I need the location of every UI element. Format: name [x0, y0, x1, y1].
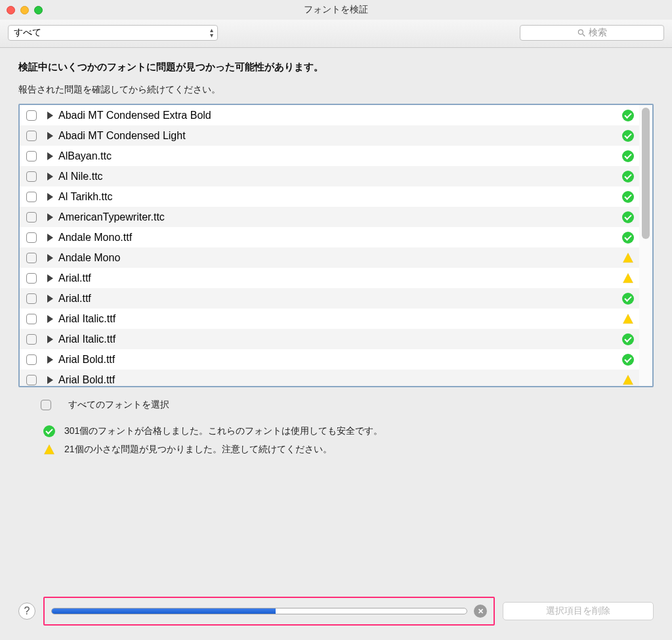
font-row[interactable]: Abadi MT Condensed Light: [20, 125, 639, 146]
search-input[interactable]: 検索: [520, 25, 664, 41]
font-name-label: AlBayan.ttc: [58, 150, 622, 162]
font-checkbox[interactable]: [26, 232, 37, 243]
scrollbar-thumb[interactable]: [642, 108, 650, 239]
svg-marker-6: [45, 445, 54, 454]
font-name-label: Abadi MT Condensed Extra Bold: [58, 110, 622, 121]
checkmark-icon: [622, 232, 634, 244]
summary-passed: 301個のフォントが合格しました。これらのフォントは使用しても安全です。: [43, 425, 654, 437]
disclosure-triangle-icon[interactable]: [47, 173, 53, 181]
checkmark-icon: [622, 171, 634, 182]
titlebar: フォントを検証: [0, 0, 672, 20]
summary-warnings-text: 21個の小さな問題が見つかりました。注意して続けてください。: [64, 444, 332, 456]
disclosure-triangle-icon[interactable]: [47, 152, 53, 160]
font-checkbox[interactable]: [26, 131, 37, 141]
font-checkbox[interactable]: [26, 273, 37, 284]
select-all-checkbox[interactable]: [41, 400, 51, 410]
disclosure-triangle-icon[interactable]: [47, 376, 53, 384]
font-row[interactable]: Andale Mono: [20, 247, 639, 268]
font-name-label: Al Tarikh.ttc: [58, 191, 622, 203]
disclosure-triangle-icon[interactable]: [47, 112, 53, 119]
svg-marker-3: [623, 273, 633, 282]
select-all-row: すべてのフォントを選択: [41, 399, 654, 411]
checkmark-icon: [622, 354, 634, 366]
checkmark-icon: [622, 110, 634, 121]
font-name-label: Arial Bold.ttf: [58, 374, 622, 386]
font-row[interactable]: Al Tarikh.ttc: [20, 186, 639, 207]
checkmark-icon: [622, 293, 634, 305]
disclosure-triangle-icon[interactable]: [47, 335, 53, 343]
cancel-progress-button[interactable]: [474, 605, 487, 618]
checkmark-icon: [622, 333, 634, 345]
font-checkbox[interactable]: [26, 151, 37, 161]
checkmark-icon: [622, 150, 634, 162]
font-name-label: Arial.ttf: [58, 293, 622, 305]
warning-icon: [622, 374, 634, 386]
checkmark-icon: [622, 211, 634, 223]
font-row[interactable]: Arial Bold.ttf: [20, 349, 639, 370]
disclosure-triangle-icon[interactable]: [47, 213, 53, 221]
checkmark-icon: [43, 425, 55, 437]
font-row[interactable]: AmericanTypewriter.ttc: [20, 207, 639, 227]
disclosure-triangle-icon[interactable]: [47, 315, 53, 323]
font-row[interactable]: AlBayan.ttc: [20, 146, 639, 166]
disclosure-triangle-icon[interactable]: [47, 193, 53, 201]
font-checkbox[interactable]: [26, 354, 37, 365]
svg-marker-4: [623, 314, 633, 323]
font-name-label: Andale Mono.ttf: [58, 232, 622, 244]
validation-subheading: 報告された問題を確認してから続けてください。: [18, 84, 654, 96]
font-name-label: Arial Italic.ttf: [58, 333, 622, 345]
font-checkbox[interactable]: [26, 212, 37, 223]
svg-marker-2: [623, 253, 633, 262]
summary-section: すべてのフォントを選択 301個のフォントが合格しました。これらのフォントは使用…: [18, 387, 654, 456]
font-row[interactable]: Al Nile.ttc: [20, 166, 639, 186]
font-row[interactable]: Abadi MT Condensed Extra Bold: [20, 105, 639, 125]
window-title: フォントを検証: [0, 4, 672, 16]
disclosure-triangle-icon[interactable]: [47, 295, 53, 303]
font-checkbox[interactable]: [26, 334, 37, 345]
font-row[interactable]: Arial Italic.ttf: [20, 309, 639, 329]
disclosure-triangle-icon[interactable]: [47, 132, 53, 140]
font-name-label: AmericanTypewriter.ttc: [58, 211, 622, 223]
font-checkbox[interactable]: [26, 375, 37, 385]
help-button[interactable]: ?: [18, 603, 35, 620]
progress-fill: [52, 608, 276, 614]
font-row[interactable]: Arial.ttf: [20, 288, 639, 309]
font-checkbox[interactable]: [26, 293, 37, 304]
search-icon: [577, 28, 586, 37]
warning-icon: [622, 252, 634, 264]
scrollbar[interactable]: [639, 105, 652, 386]
disclosure-triangle-icon[interactable]: [47, 254, 53, 262]
checkmark-icon: [622, 191, 634, 203]
font-row[interactable]: Arial Bold.ttf: [20, 370, 639, 386]
toolbar: すべて ▴▾ 検索: [0, 20, 672, 48]
font-checkbox[interactable]: [26, 192, 37, 202]
footer: ? 選択項目を削除: [18, 597, 654, 626]
font-name-label: Al Nile.ttc: [58, 171, 622, 182]
svg-marker-5: [623, 375, 633, 384]
warning-icon: [622, 313, 634, 325]
font-checkbox[interactable]: [26, 253, 37, 263]
select-all-label: すべてのフォントを選択: [68, 399, 169, 411]
font-checkbox[interactable]: [26, 171, 37, 182]
font-row[interactable]: Arial Italic.ttf: [20, 329, 639, 349]
disclosure-triangle-icon[interactable]: [47, 356, 53, 364]
filter-select[interactable]: すべて ▴▾: [8, 25, 218, 41]
font-name-label: Arial Bold.ttf: [58, 354, 622, 366]
search-placeholder: 検索: [589, 27, 607, 39]
summary-warnings: 21個の小さな問題が見つかりました。注意して続けてください。: [43, 444, 654, 456]
font-row[interactable]: Andale Mono.ttf: [20, 227, 639, 247]
svg-line-1: [583, 34, 585, 37]
progress-bar: [51, 608, 467, 614]
disclosure-triangle-icon[interactable]: [47, 234, 53, 242]
delete-selected-button[interactable]: 選択項目を削除: [503, 602, 654, 620]
content-area: 検証中にいくつかのフォントに問題が見つかった可能性があります。 報告された問題を…: [0, 48, 672, 456]
font-checkbox[interactable]: [26, 110, 37, 121]
font-list-container: Abadi MT Condensed Extra BoldAbadi MT Co…: [18, 104, 654, 387]
warning-icon: [622, 272, 634, 284]
font-name-label: Abadi MT Condensed Light: [58, 130, 622, 142]
disclosure-triangle-icon[interactable]: [47, 274, 53, 282]
font-list[interactable]: Abadi MT Condensed Extra BoldAbadi MT Co…: [20, 105, 639, 386]
font-checkbox[interactable]: [26, 314, 37, 324]
font-row[interactable]: Arial.ttf: [20, 268, 639, 288]
summary-passed-text: 301個のフォントが合格しました。これらのフォントは使用しても安全です。: [64, 425, 383, 437]
